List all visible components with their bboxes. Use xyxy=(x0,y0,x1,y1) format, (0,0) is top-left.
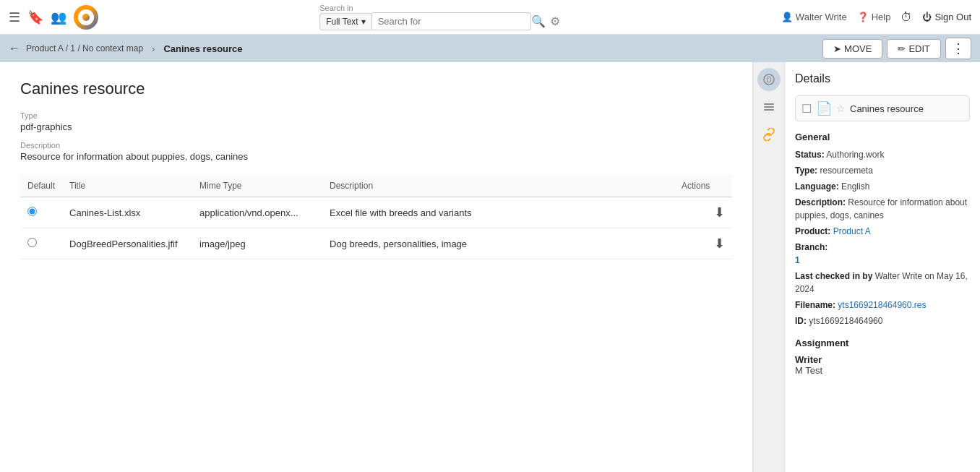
top-nav: ☰ 🔖 👥 Search in Full Text ▾ 🔍 ⚙ 👤 xyxy=(0,0,980,35)
row2-download-button[interactable]: ⬇ xyxy=(714,236,725,252)
details-panel: Details ☐ 📄 ☆ Canines resource General S… xyxy=(785,62,980,472)
search-input[interactable] xyxy=(378,16,525,27)
help-circle-icon: ❓ xyxy=(857,12,869,22)
move-button[interactable]: ➤ MOVE xyxy=(822,39,882,59)
id-row: ID: yts1669218464960 xyxy=(795,314,970,327)
resource-name: Canines resource xyxy=(850,103,924,114)
product-row: Product: Product A xyxy=(795,225,970,238)
last-checked-label: Last checked in by xyxy=(795,271,872,281)
filename-row: Filename: yts1669218464960.res xyxy=(795,299,970,312)
row1-download-button[interactable]: ⬇ xyxy=(714,205,725,220)
row1-title: Canines-List.xlsx xyxy=(62,197,192,228)
col-actions: Actions xyxy=(674,175,732,197)
product-value[interactable]: Product A xyxy=(833,226,871,236)
more-options-button[interactable]: ⋮ xyxy=(945,38,971,59)
help-label: Help xyxy=(872,12,891,22)
writer-value: M Test xyxy=(795,365,970,376)
table-row: DogBreedPersonalities.jfif image/jpeg Do… xyxy=(20,228,732,259)
sidebar-tasks-icon[interactable] xyxy=(757,95,781,119)
row2-title: DogBreedPersonalities.jfif xyxy=(62,228,192,259)
signout-label: Sign Out xyxy=(934,12,971,22)
search-type-select[interactable]: Full Text ▾ xyxy=(319,13,371,30)
edit-label: EDIT xyxy=(908,43,930,54)
user-icon: 👤 xyxy=(781,12,793,22)
breadcrumb-path: Product A / 1 / No context map xyxy=(26,43,143,53)
edit-button[interactable]: ✏ EDIT xyxy=(887,39,941,59)
logo xyxy=(74,5,98,30)
search-in-label: Search in xyxy=(319,4,353,12)
col-default: Default xyxy=(20,175,62,197)
type-detail-label: Type: xyxy=(795,166,817,176)
user-area[interactable]: 👤 Walter Write xyxy=(781,12,847,22)
row1-description: Excel file with breeds and variants xyxy=(322,197,674,228)
content-panel: Canines resource Type pdf-graphics Descr… xyxy=(0,62,753,472)
id-value: yts1669218464960 xyxy=(809,316,882,326)
general-section-header: General xyxy=(795,132,970,142)
filename-value[interactable]: yts1669218464960.res xyxy=(838,300,926,310)
help-area[interactable]: ❓ Help xyxy=(857,12,891,22)
product-label: Product: xyxy=(795,226,830,236)
last-checked-row: Last checked in by Walter Write on May 1… xyxy=(795,270,970,296)
col-description: Description xyxy=(322,175,674,197)
details-title: Details xyxy=(795,72,830,85)
row1-default-cell xyxy=(20,197,62,228)
chevron-down-icon: ▾ xyxy=(361,17,366,27)
bookmark-icon[interactable]: 🔖 xyxy=(27,9,43,25)
status-row: Status: Authoring.work xyxy=(795,148,970,161)
sidebar-orange-icon[interactable] xyxy=(757,123,781,146)
breadcrumb-current: Canines resource xyxy=(163,43,242,54)
branch-value[interactable]: 1 xyxy=(795,255,800,265)
search-icon[interactable]: 🔍 xyxy=(531,14,546,28)
description-detail-label: Description: xyxy=(795,197,846,207)
svg-rect-4 xyxy=(764,109,774,111)
search-type-label: Full Text xyxy=(326,17,358,27)
resource-checkbox-icon: ☐ xyxy=(801,102,812,116)
hamburger-icon[interactable]: ☰ xyxy=(9,9,20,25)
description-label: Description xyxy=(20,141,732,150)
star-icon[interactable]: ☆ xyxy=(836,103,846,114)
row2-mime: image/jpeg xyxy=(192,228,322,259)
assignment-section: Assignment Writer M Test xyxy=(795,338,970,376)
signout-icon: ⏻ xyxy=(922,12,932,22)
clock-icon[interactable]: ⏱ xyxy=(901,11,912,24)
svg-rect-2 xyxy=(764,103,774,105)
status-value: Authoring.work xyxy=(826,150,884,160)
users-icon[interactable]: 👥 xyxy=(51,9,66,25)
move-label: MOVE xyxy=(844,43,872,54)
type-field: Type pdf-graphics xyxy=(20,111,732,132)
signout-area[interactable]: ⏻ Sign Out xyxy=(922,12,971,22)
description-detail-row: Description: Resource for information ab… xyxy=(795,196,970,222)
type-value: pdf-graphics xyxy=(20,121,732,132)
right-sidebar: D Details ☐ xyxy=(753,62,980,472)
resource-title-row: ☐ 📄 ☆ Canines resource xyxy=(795,95,970,121)
sidebar-icon-strip: D xyxy=(753,62,785,472)
assignment-section-header: Assignment xyxy=(795,338,970,348)
svg-rect-3 xyxy=(764,106,774,108)
row2-default-cell xyxy=(20,228,62,259)
filename-label: Filename: xyxy=(795,300,835,310)
breadcrumb-separator: › xyxy=(152,43,155,54)
branch-row: Branch: 1 xyxy=(795,241,970,267)
row1-mime: application/vnd.openx... xyxy=(192,197,322,228)
status-label: Status: xyxy=(795,150,825,160)
col-mime: Mime Type xyxy=(192,175,322,197)
description-field: Description Resource for information abo… xyxy=(20,141,732,162)
search-box xyxy=(372,12,531,30)
row1-default-radio[interactable] xyxy=(27,207,37,216)
row2-actions: ⬇ xyxy=(674,228,732,259)
row2-default-radio[interactable] xyxy=(27,238,37,247)
language-label: Language: xyxy=(795,181,839,192)
sidebar-details-icon[interactable]: D xyxy=(757,68,781,91)
branch-label: Branch: xyxy=(795,242,828,252)
filter-icon[interactable]: ⚙ xyxy=(550,14,560,28)
back-arrow-button[interactable]: ← xyxy=(9,42,20,55)
svg-text:D: D xyxy=(766,76,771,84)
id-label: ID: xyxy=(795,316,807,326)
writer-label: Writer xyxy=(795,354,970,365)
main-area: Canines resource Type pdf-graphics Descr… xyxy=(0,62,980,472)
description-value: Resource for information about puppies, … xyxy=(20,151,732,162)
row2-description: Dog breeds, personalities, image xyxy=(322,228,674,259)
details-header: Details xyxy=(795,72,970,85)
page-title: Canines resource xyxy=(20,80,732,98)
resource-type-icon: 📄 xyxy=(816,100,832,116)
